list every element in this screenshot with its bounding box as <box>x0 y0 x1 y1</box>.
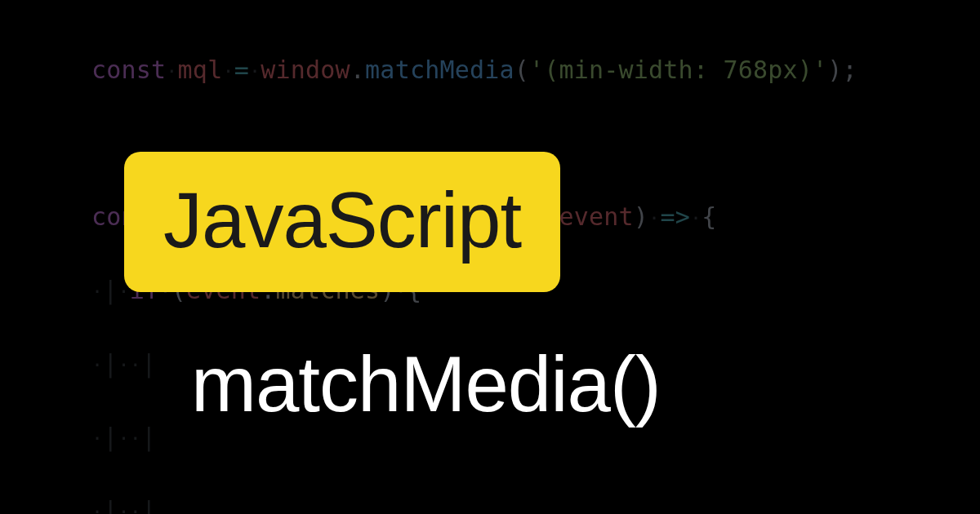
code-blank: ·|··| <box>91 492 947 514</box>
code-line-1: const·mql·=·window.matchMedia('(min-widt… <box>91 51 947 88</box>
language-badge: JavaScript <box>124 152 560 292</box>
api-title: matchMedia() <box>191 339 661 429</box>
thumbnail-card: { "badge": { "label": "JavaScript" }, "t… <box>0 0 980 514</box>
